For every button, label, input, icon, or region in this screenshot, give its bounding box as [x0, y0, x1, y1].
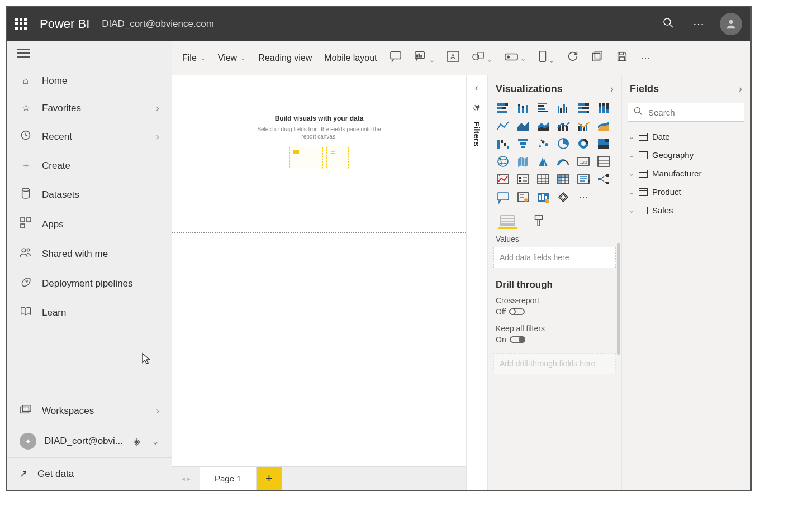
viz-filled-map-icon[interactable]: [515, 154, 531, 169]
viz-map-icon[interactable]: [495, 154, 511, 169]
viz-donut-icon[interactable]: [575, 136, 592, 151]
table-icon: [639, 133, 648, 141]
viz-matrix-icon[interactable]: [555, 172, 572, 187]
format-tab-icon[interactable]: [529, 213, 548, 229]
nav-learn[interactable]: Learn: [7, 298, 172, 327]
duplicate-icon[interactable]: [591, 50, 604, 65]
viz-ribbon-icon[interactable]: [595, 118, 612, 133]
shapes-icon[interactable]: ⌄: [472, 51, 492, 65]
textbox-icon[interactable]: A: [447, 51, 459, 65]
field-table[interactable]: ⌄Date: [628, 127, 744, 146]
viz-narrative-icon[interactable]: [535, 190, 552, 204]
viz-line-clustered-column-icon[interactable]: [575, 118, 592, 133]
get-data-button[interactable]: ↗ Get data: [7, 457, 172, 490]
viz-stacked-column-icon[interactable]: [515, 101, 531, 115]
viz-r-icon[interactable]: [575, 172, 592, 187]
visualizations-pane: Visualizations ›: [487, 75, 621, 490]
viz-python-icon[interactable]: [555, 190, 572, 204]
avatar[interactable]: [720, 13, 742, 35]
fields-search-input[interactable]: [647, 107, 752, 118]
values-well[interactable]: Add data fields here: [493, 247, 616, 268]
chat-chart-icon[interactable]: ⌄: [414, 51, 435, 65]
nav-shared[interactable]: Shared with me: [7, 239, 172, 269]
field-table[interactable]: ⌄Sales: [628, 201, 744, 219]
nav-home[interactable]: ⌂Home: [7, 68, 172, 94]
drill-fields-well[interactable]: Add drill-through fields here: [493, 353, 616, 374]
nav-current-workspace[interactable]: ✦ DIAD_cort@obvi... ◈ ⌄: [7, 425, 172, 457]
viz-more-icon[interactable]: ⋯: [575, 190, 592, 204]
viz-multi-card-icon[interactable]: [595, 154, 612, 169]
page-tab[interactable]: Page 1: [200, 467, 257, 490]
chevron-right-icon: ›: [156, 103, 159, 114]
search-icon[interactable]: [659, 14, 677, 35]
svg-text:A: A: [450, 52, 455, 61]
svg-line-146: [639, 112, 642, 114]
collapse-fields-icon[interactable]: ›: [739, 83, 742, 95]
viz-treemap-icon[interactable]: [595, 136, 612, 151]
field-table[interactable]: ⌄Manufacturer: [628, 164, 744, 183]
field-table[interactable]: ⌄Product: [628, 183, 744, 201]
report-canvas[interactable]: Build visuals with your data Select or d…: [172, 75, 466, 466]
svg-rect-128: [497, 193, 509, 200]
viz-100-stacked-bar-icon[interactable]: [575, 101, 592, 115]
nav-create[interactable]: ＋Create: [7, 151, 172, 180]
svg-rect-43: [538, 103, 547, 104]
viz-clustered-column-icon[interactable]: [555, 101, 572, 115]
viz-azure-map-icon[interactable]: [535, 154, 552, 169]
nav-workspaces[interactable]: Workspaces›: [7, 397, 172, 425]
keep-filters-toggle[interactable]: On: [496, 335, 525, 344]
buttons-icon[interactable]: ⌄: [505, 52, 525, 64]
app-launcher-icon[interactable]: [15, 18, 27, 30]
page-nav-arrows[interactable]: ◂ ▸: [172, 467, 200, 490]
viz-slicer-icon[interactable]: [515, 172, 531, 187]
expand-filters-icon[interactable]: ‹: [475, 82, 478, 94]
fields-search[interactable]: [628, 103, 744, 122]
viz-line-stacked-column-icon[interactable]: [555, 118, 572, 133]
reading-view-button[interactable]: Reading view: [258, 53, 312, 63]
fields-tab-icon[interactable]: [498, 213, 517, 229]
cross-report-toggle[interactable]: Off: [496, 307, 525, 316]
save-icon[interactable]: [616, 50, 628, 65]
viz-waterfall-icon[interactable]: [495, 136, 511, 151]
nav-datasets[interactable]: Datasets: [7, 180, 172, 209]
visual-icon[interactable]: ⌄: [538, 50, 554, 65]
nav-favorites[interactable]: ☆Favorites›: [7, 94, 172, 122]
viz-line-icon[interactable]: [495, 118, 511, 133]
viz-100-stacked-column-icon[interactable]: [595, 101, 612, 115]
viz-card-icon[interactable]: 123: [575, 154, 592, 169]
refresh-icon[interactable]: [567, 50, 579, 65]
hamburger-icon[interactable]: [7, 41, 172, 68]
svg-rect-101: [517, 175, 529, 184]
more-icon[interactable]: ⋯: [690, 14, 707, 34]
viz-scrollbar[interactable]: [617, 243, 620, 355]
collapse-viz-icon[interactable]: ›: [610, 83, 614, 95]
main-area: File ⌄ View ⌄ Reading view Mobile layout…: [172, 41, 750, 490]
viz-stacked-area-icon[interactable]: [535, 118, 552, 133]
menu-file[interactable]: File ⌄: [182, 53, 206, 63]
viz-funnel-icon[interactable]: [515, 136, 531, 151]
viz-table-icon[interactable]: [535, 172, 552, 187]
viz-key-influencers-icon[interactable]: [515, 190, 531, 204]
svg-point-12: [27, 249, 30, 251]
filters-speaker-icon[interactable]: 🕩: [469, 100, 484, 115]
nav-label: Deployment pipelines: [42, 278, 133, 289]
menu-view[interactable]: View ⌄: [218, 53, 246, 63]
overflow-icon[interactable]: ⋯: [640, 52, 650, 64]
comment-icon[interactable]: [390, 51, 402, 65]
viz-kpi-icon[interactable]: [495, 172, 511, 187]
viz-scatter-icon[interactable]: [535, 136, 552, 151]
nav-apps[interactable]: Apps: [7, 209, 172, 239]
viz-qna-icon[interactable]: [495, 190, 511, 204]
mobile-layout-button[interactable]: Mobile layout: [324, 53, 377, 63]
nav-recent[interactable]: Recent›: [7, 122, 172, 151]
nav-pipelines[interactable]: Deployment pipelines: [7, 269, 172, 298]
add-page-button[interactable]: +: [257, 467, 282, 490]
viz-decomposition-icon[interactable]: [595, 172, 612, 187]
viz-clustered-bar-icon[interactable]: [535, 101, 552, 115]
viz-pie-icon[interactable]: [555, 136, 572, 151]
svg-rect-38: [518, 106, 520, 113]
viz-gauge-icon[interactable]: [555, 154, 572, 169]
viz-area-icon[interactable]: [515, 118, 531, 133]
viz-stacked-bar-icon[interactable]: [495, 101, 511, 115]
field-table[interactable]: ⌄Geography: [628, 146, 744, 164]
